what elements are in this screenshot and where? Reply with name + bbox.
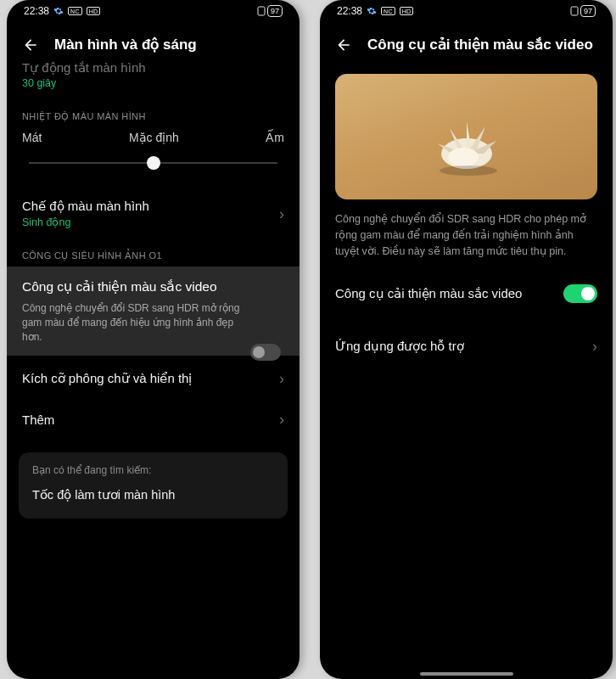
- font-title: Kích cỡ phông chữ và hiển thị: [22, 371, 279, 386]
- enhancer-title: Công cụ cải thiện màu sắc video: [22, 278, 284, 296]
- gear-icon: [53, 6, 64, 16]
- row-font-size-display[interactable]: Kích cỡ phông chữ và hiển thị ›: [7, 361, 300, 396]
- temp-default-label: Mặc định: [129, 131, 179, 144]
- nc-icon: NC: [68, 7, 82, 15]
- screen-header: Màn hình và độ sáng: [7, 22, 300, 65]
- chevron-right-icon: ›: [279, 412, 284, 427]
- row-color-mode[interactable]: Chế độ màu màn hình Sinh động ›: [7, 188, 300, 238]
- temp-cool-label: Mát: [22, 131, 42, 144]
- svg-point-3: [448, 148, 479, 166]
- temp-warm-label: Ấm: [266, 131, 284, 144]
- chevron-right-icon: ›: [279, 371, 284, 386]
- back-icon[interactable]: [335, 36, 352, 53]
- enhancer-toggle-on[interactable]: [563, 284, 597, 303]
- slider-thumb[interactable]: [147, 156, 160, 170]
- color-mode-value: Sinh động: [22, 216, 279, 228]
- row-more[interactable]: Thêm ›: [7, 401, 300, 437]
- page-title: Màn hình và độ sáng: [54, 36, 197, 53]
- section-color-temp: NHIỆT ĐỘ MÀU MÀN HÌNH: [7, 99, 300, 127]
- slider-track[interactable]: [22, 153, 284, 173]
- status-bar: 22:38 NC HD 97: [320, 0, 613, 22]
- gear-icon: [367, 6, 377, 16]
- auto-off-value: 30 giây: [22, 77, 284, 89]
- enhancer-desc: Công nghệ chuyển đổi SDR sang HDR mở rộn…: [22, 301, 284, 344]
- status-bar: 22:38 NC HD 97: [7, 0, 300, 22]
- suggestion-label: Bạn có thể đang tìm kiếm:: [32, 464, 274, 476]
- page-title: Công cụ cải thiện màu sắc video: [367, 36, 593, 53]
- battery-icon: 97: [257, 5, 283, 17]
- supported-apps-label: Ứng dụng được hỗ trợ: [335, 339, 464, 354]
- row-enhancer-toggle[interactable]: Công cụ cải thiện màu sắc video: [320, 274, 613, 313]
- preview-image-shell: [335, 74, 597, 199]
- screen-header: Công cụ cải thiện màu sắc video: [320, 22, 613, 65]
- row-auto-screen-off[interactable]: Tự động tắt màn hình 30 giây: [7, 65, 300, 99]
- toggle-label: Công cụ cải thiện màu sắc video: [335, 286, 522, 301]
- more-title: Thêm: [22, 412, 279, 427]
- row-video-color-enhancer[interactable]: Công cụ cải thiện màu sắc video Công ngh…: [7, 267, 300, 356]
- status-left: 22:38 NC HD: [24, 5, 100, 17]
- svg-rect-1: [571, 7, 578, 15]
- battery-pct: 97: [267, 5, 283, 17]
- hd-icon: HD: [400, 7, 414, 15]
- settings-content: Tự động tắt màn hình 30 giây NHIỆT ĐỘ MÀ…: [7, 65, 300, 519]
- phone-right-video-enhancer: 22:38 NC HD 97 Công cụ cải thiện màu sắc…: [320, 0, 613, 679]
- shell-icon: [416, 103, 518, 182]
- feature-description: Công nghệ chuyển đổi SDR sang HDR cho ph…: [320, 211, 613, 274]
- home-indicator[interactable]: [420, 672, 513, 676]
- chevron-right-icon: ›: [592, 339, 597, 354]
- chevron-right-icon: ›: [279, 206, 284, 222]
- nc-icon: NC: [381, 7, 395, 15]
- enhancer-toggle-off[interactable]: [250, 344, 281, 361]
- suggestion-card: Bạn có thể đang tìm kiếm: Tốc độ làm tươ…: [19, 452, 288, 519]
- battery-pct: 97: [580, 5, 596, 17]
- clock: 22:38: [24, 5, 49, 17]
- clock: 22:38: [337, 5, 362, 17]
- svg-point-4: [440, 166, 497, 176]
- status-right: 97: [257, 5, 283, 17]
- status-left: 22:38 NC HD: [337, 5, 413, 17]
- svg-rect-0: [258, 7, 265, 15]
- status-right: 97: [570, 5, 596, 17]
- back-icon[interactable]: [22, 36, 39, 53]
- hd-icon: HD: [87, 7, 101, 15]
- section-o1-engine: CÔNG CỤ SIÊU HÌNH ẢNH O1: [7, 238, 300, 267]
- battery-icon: 97: [570, 5, 596, 17]
- slider-color-temp[interactable]: Mát Mặc định Ấm: [7, 127, 300, 188]
- color-mode-title: Chế độ màu màn hình: [22, 199, 279, 214]
- slider-labels: Mát Mặc định Ấm: [22, 131, 284, 144]
- suggestion-item-refresh-rate[interactable]: Tốc độ làm tươi màn hình: [32, 488, 274, 502]
- row-supported-apps[interactable]: Ứng dụng được hỗ trợ ›: [320, 328, 613, 364]
- auto-off-title: Tự động tắt màn hình: [22, 60, 284, 76]
- phone-left-display-settings: 22:38 NC HD 97 Màn hình và độ sáng Tự độ…: [7, 0, 300, 679]
